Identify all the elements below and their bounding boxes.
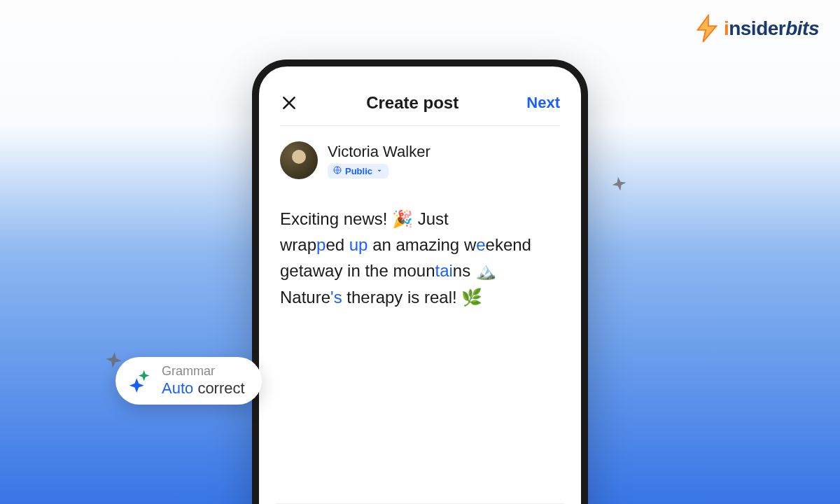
herb-emoji: 🌿 (461, 284, 482, 310)
sparkle-icon (608, 174, 632, 198)
grammar-label: Grammar (162, 364, 245, 379)
page-title: Create post (366, 93, 458, 113)
avatar[interactable] (280, 141, 318, 179)
grammar-suggestion-chip[interactable]: Grammar Auto correct (115, 357, 262, 405)
ai-sparkle-icon (127, 368, 153, 394)
brand-text: insiderbits (724, 18, 819, 40)
visibility-selector[interactable]: Public (328, 164, 388, 178)
phone-frame: Create post Next Victoria Walker Public (252, 59, 588, 504)
bolt-icon (694, 14, 720, 43)
chevron-down-icon (376, 166, 383, 176)
mountain-emoji: 🏔️ (475, 258, 496, 284)
author-name: Victoria Walker (328, 143, 430, 161)
party-popper-emoji: 🎉 (392, 206, 413, 232)
author-row: Victoria Walker Public (280, 141, 560, 179)
globe-icon (333, 166, 342, 176)
post-text-input[interactable]: Exciting news! 🎉 Just wrapped up an amaz… (280, 206, 560, 310)
autocorrect-label: Auto correct (162, 379, 245, 398)
compose-header: Create post Next (280, 93, 560, 126)
next-button[interactable]: Next (526, 94, 560, 112)
visibility-label: Public (345, 166, 372, 176)
close-icon[interactable] (280, 94, 298, 112)
brand-logo: insiderbits (694, 14, 819, 43)
